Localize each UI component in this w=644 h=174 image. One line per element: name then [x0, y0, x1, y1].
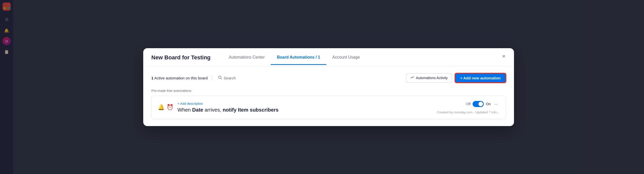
- toolbar-divider: [212, 75, 212, 80]
- automation-toggle[interactable]: [473, 101, 484, 107]
- more-options-button[interactable]: ···: [493, 100, 500, 108]
- modal-overlay: New Board for Testing Automations Center…: [0, 0, 644, 174]
- automation-meta: Created by monday.com · Updated 7 min...: [437, 110, 500, 114]
- modal-tabs: Automations Center Board Automations / 1…: [223, 55, 506, 65]
- clock-icon: ⏰: [167, 104, 173, 111]
- section-label: Pre-made free automations: [151, 89, 506, 93]
- toolbar-right: Automations Activity + Add new automatio…: [406, 73, 506, 83]
- modal-close-button[interactable]: ×: [500, 52, 508, 60]
- toggle-on-label: On: [486, 102, 491, 106]
- add-new-automation-button[interactable]: + Add new automation: [455, 73, 506, 83]
- toolbar: 1 Active automation on this board Search: [151, 73, 506, 83]
- tab-board-automations[interactable]: Board Automations / 1: [271, 55, 326, 65]
- toggle-row: Off On ···: [466, 100, 500, 108]
- automation-content: + Add description When Date arrives, not…: [178, 102, 433, 113]
- active-automation-count: 1 Active automation on this board: [151, 76, 208, 80]
- automation-title: When Date arrives, notify Item subscribe…: [178, 107, 433, 113]
- toggle-slider: [473, 101, 484, 107]
- automation-card: 🔔 ⏰ + Add description When Date arrives,…: [151, 96, 506, 119]
- bell-icon: 🔔: [158, 104, 165, 111]
- search-button[interactable]: Search: [216, 75, 238, 81]
- automations-activity-button[interactable]: Automations Activity: [406, 73, 452, 83]
- tab-automations-center[interactable]: Automations Center: [223, 55, 271, 65]
- activity-icon: [410, 76, 414, 80]
- modal-header: New Board for Testing Automations Center…: [143, 48, 514, 66]
- automation-right: Off On ··· Created by monday.com · Updat…: [437, 100, 500, 114]
- modal-container: New Board for Testing Automations Center…: [143, 48, 514, 126]
- automation-icons: 🔔 ⏰: [158, 104, 173, 111]
- modal-body: 1 Active automation on this board Search: [143, 66, 514, 126]
- search-icon: [218, 76, 222, 80]
- modal-title: New Board for Testing: [151, 54, 211, 66]
- toggle-off-label: Off: [466, 102, 471, 106]
- add-description-button[interactable]: + Add description: [178, 102, 433, 106]
- tab-account-usage[interactable]: Account Usage: [326, 55, 366, 65]
